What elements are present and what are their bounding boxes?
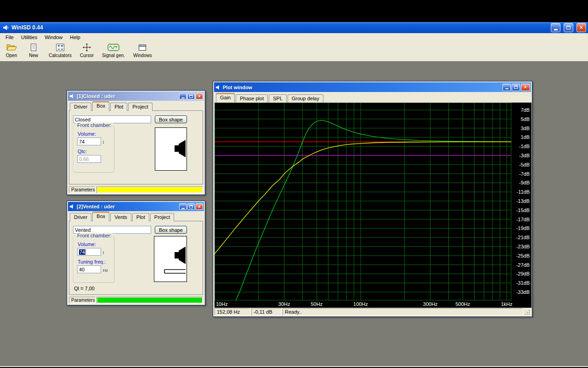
plot-window: Plot window × Gain Phase plot SPL Group … [213, 81, 532, 317]
toolbar-button-cursor[interactable]: Cursor [80, 43, 94, 58]
menu-utilities[interactable]: Utilities [17, 34, 41, 40]
tab-plot[interactable]: Plot [132, 213, 149, 221]
tab-project[interactable]: Project [128, 103, 152, 111]
tab-driver[interactable]: Driver [70, 103, 91, 111]
front-chamber-group: Front chamber: Volume: l Qtc: [73, 126, 114, 172]
maximize-button[interactable] [564, 23, 573, 32]
closed-window-maximize-button[interactable] [187, 93, 195, 99]
plot-window-tabs: Gain Phase plot SPL Group delay [216, 93, 324, 103]
vented-window-titlebar[interactable]: [2]Vented : uder × [68, 202, 204, 211]
tab-group-delay[interactable]: Group delay [288, 94, 323, 103]
toolbar-button-windows[interactable]: Windows [133, 43, 152, 58]
tab-box[interactable]: Box [92, 101, 109, 111]
toolbar-button-calculators[interactable]: Calculators [49, 43, 72, 58]
parameters-progress [96, 186, 203, 193]
maximize-icon [566, 26, 571, 29]
plot-window-minimize-button[interactable] [503, 84, 511, 91]
svg-text:-5dB: -5dB [519, 162, 530, 167]
parameters-progress [96, 297, 203, 304]
plot-window-maximize-button[interactable] [512, 84, 520, 91]
qtc-label: Qtc: [78, 149, 87, 154]
svg-text:-31dB: -31dB [516, 280, 530, 286]
closed-window-statusbar: Parameters [69, 186, 203, 193]
box-shape-button[interactable]: Box shape [155, 115, 187, 123]
vented-box-window: [2]Vented : uder × Driver Box Vents Plot… [67, 201, 205, 305]
svg-text:1dB: 1dB [520, 134, 530, 140]
tab-vents[interactable]: Vents [110, 213, 131, 221]
progress-fill [97, 298, 202, 303]
svg-text:7dB: 7dB [520, 107, 530, 113]
closed-window-minimize-button[interactable] [179, 93, 187, 99]
close-icon: × [580, 24, 583, 31]
svg-text:-29dB: -29dB [516, 271, 530, 276]
front-chamber-title: Front chamber: [76, 122, 113, 128]
gain-plot-area[interactable]: 7dB5dB3dB1dB-1dB-3dB-5dB-7dB-9dB-11dB-13… [215, 103, 531, 308]
box-tab-panel: Box shape Front chamber: Volume: 74 l Tu… [69, 221, 203, 295]
maximize-icon [189, 95, 193, 98]
tab-plot[interactable]: Plot [110, 103, 127, 111]
vented-window-statusbar: Parameters [69, 297, 203, 304]
plot-window-close-button[interactable]: × [521, 84, 530, 91]
menu-window[interactable]: Window [41, 34, 66, 40]
toolbar-button-open[interactable]: Open [5, 43, 18, 58]
vented-window-maximize-button[interactable] [187, 203, 195, 210]
minimize-button[interactable] [551, 23, 560, 32]
vented-window-close-button[interactable]: × [196, 203, 203, 210]
vented-window-minimize-button[interactable] [179, 203, 187, 210]
volume-input[interactable]: 74 [77, 248, 101, 256]
svg-text:500Hz: 500Hz [455, 301, 470, 307]
selected-text: 74 [79, 249, 85, 255]
ql-value: Ql = 7,00 [74, 286, 95, 291]
signal-gen-icon [107, 43, 119, 52]
svg-text:-23dB: -23dB [516, 244, 530, 249]
app-icon [69, 93, 75, 99]
minimize-icon [554, 29, 558, 30]
tab-box[interactable]: Box [92, 212, 109, 221]
calculators-icon [56, 43, 65, 52]
parameters-panel: Parameters [69, 297, 96, 304]
tab-gain[interactable]: Gain [216, 93, 235, 103]
app-title: WinISD 0.44 [11, 24, 43, 31]
tuning-freq-input[interactable] [77, 265, 101, 273]
tab-driver[interactable]: Driver [70, 213, 91, 221]
svg-text:3dB: 3dB [520, 126, 530, 131]
box-shape-button[interactable]: Box shape [155, 226, 187, 234]
box-tab-panel: Box shape Front chamber: Volume: l Qtc: [69, 110, 203, 184]
vented-window-title: [2]Vented : uder [77, 204, 115, 209]
svg-text:-19dB: -19dB [516, 225, 530, 231]
svg-text:-33dB: -33dB [516, 289, 530, 295]
volume-input[interactable] [77, 138, 101, 145]
menu-help[interactable]: Help [66, 34, 84, 40]
svg-text:300Hz: 300Hz [423, 301, 438, 307]
app-icon [3, 24, 9, 31]
closed-window-tabs: Driver Box Plot Project [70, 102, 153, 111]
tab-spl[interactable]: SPL [269, 94, 287, 103]
windows-icon [138, 43, 147, 52]
tab-project[interactable]: Project [150, 213, 174, 221]
menu-file[interactable]: File [2, 34, 17, 40]
cursor-frequency: 152,08 Hz [215, 308, 250, 316]
new-icon [30, 43, 37, 52]
front-chamber-group: Front chamber: Volume: 74 l Tuning freq.… [73, 236, 114, 283]
minimize-icon [181, 208, 185, 209]
plot-window-titlebar[interactable]: Plot window × [214, 82, 531, 92]
close-button[interactable]: × [577, 23, 586, 32]
qtc-input[interactable] [77, 155, 101, 163]
svg-text:-13dB: -13dB [516, 198, 530, 204]
closed-window-titlebar[interactable]: [1]Closed : uder × [68, 92, 204, 101]
maximize-icon [514, 86, 518, 89]
minimize-icon [181, 98, 185, 98]
toolbar-button-signal-gen[interactable]: Signal gen. [102, 43, 125, 58]
resize-grip[interactable] [524, 308, 531, 316]
svg-text:-1dB: -1dB [519, 144, 530, 149]
gain-plot[interactable]: 7dB5dB3dB1dB-1dB-3dB-5dB-7dB-9dB-11dB-13… [215, 103, 531, 308]
closed-window-close-button[interactable]: × [196, 93, 203, 99]
volume-label: Volume: [78, 131, 96, 137]
close-icon: × [198, 204, 201, 209]
tab-phase-plot[interactable]: Phase plot [236, 94, 268, 103]
tuning-freq-label: Tuning freq.: [78, 259, 106, 264]
svg-text:-7dB: -7dB [519, 171, 530, 177]
main-titlebar[interactable]: WinISD 0.44 × [0, 22, 588, 33]
close-icon: × [198, 94, 201, 99]
toolbar-button-new[interactable]: New [27, 43, 40, 58]
